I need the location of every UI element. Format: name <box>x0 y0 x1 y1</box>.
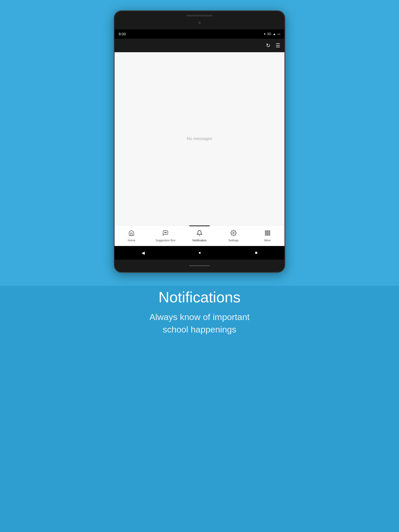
caption-section: Notifications Always know of importantsc… <box>149 288 250 336</box>
svg-point-1 <box>165 232 166 233</box>
nav-label-settings: Settings <box>228 239 239 242</box>
app-toolbar: ↻ ☰ <box>115 39 284 52</box>
svg-rect-7 <box>265 232 266 234</box>
chat-icon <box>162 230 169 238</box>
gear-icon <box>230 230 237 238</box>
signal-icon: ▲ <box>273 32 276 36</box>
bottom-home-bar <box>189 265 210 266</box>
status-icons: ▾ 3G ▲ ▭ <box>264 32 280 36</box>
caption-subtitle: Always know of importantschool happening… <box>149 311 250 336</box>
nav-item-notification[interactable]: Notification <box>183 230 217 242</box>
svg-point-0 <box>164 232 165 233</box>
tablet-wrapper: 8:00 ▾ 3G ▲ ▭ ↻ ☰ No messages <box>114 10 285 273</box>
svg-rect-5 <box>267 231 268 232</box>
nav-item-suggestion-box[interactable]: Suggestion Box <box>149 230 183 242</box>
nav-item-more[interactable]: More <box>250 230 284 242</box>
grid-icon <box>264 230 271 238</box>
android-nav-bar: ◀ ● ■ <box>115 246 284 260</box>
nav-active-indicator <box>189 225 210 226</box>
tablet-bottom-bezel <box>115 260 284 272</box>
nav-label-home: Home <box>128 239 135 242</box>
app-content: No messages <box>115 52 284 225</box>
tablet-top-bezel <box>115 11 284 29</box>
svg-rect-8 <box>267 232 268 234</box>
nav-label-suggestion-box: Suggestion Box <box>156 239 176 242</box>
tablet-device: 8:00 ▾ 3G ▲ ▭ ↻ ☰ No messages <box>114 10 285 273</box>
bell-icon <box>196 230 203 238</box>
home-button[interactable]: ● <box>198 250 201 255</box>
svg-rect-12 <box>269 234 270 235</box>
wifi-icon: ▾ <box>264 32 265 36</box>
speaker-slot <box>187 15 212 16</box>
nav-item-settings[interactable]: Settings <box>216 230 250 242</box>
refresh-icon[interactable]: ↻ <box>266 42 270 49</box>
svg-rect-6 <box>269 231 270 232</box>
nav-item-home[interactable]: Home <box>115 230 149 242</box>
svg-rect-4 <box>265 231 266 232</box>
battery-icon: ▭ <box>277 32 280 36</box>
back-button[interactable]: ◀ <box>142 250 145 255</box>
caption-title: Notifications <box>149 288 250 306</box>
svg-rect-9 <box>269 232 270 234</box>
svg-point-2 <box>166 232 167 233</box>
menu-icon[interactable]: ☰ <box>276 42 280 49</box>
home-icon <box>128 230 135 238</box>
nav-label-notification: Notification <box>192 239 207 242</box>
bottom-navigation: Home Suggestion Box <box>115 225 284 246</box>
empty-state-message: No messages <box>187 136 212 141</box>
svg-rect-10 <box>265 234 266 235</box>
network-label: 3G <box>267 32 271 36</box>
svg-point-3 <box>233 232 234 234</box>
nav-label-more: More <box>264 239 271 242</box>
status-bar: 8:00 ▾ 3G ▲ ▭ <box>115 29 284 39</box>
recent-button[interactable]: ■ <box>255 250 258 255</box>
status-time: 8:00 <box>119 32 126 36</box>
svg-rect-11 <box>267 234 268 235</box>
front-camera <box>198 22 201 24</box>
